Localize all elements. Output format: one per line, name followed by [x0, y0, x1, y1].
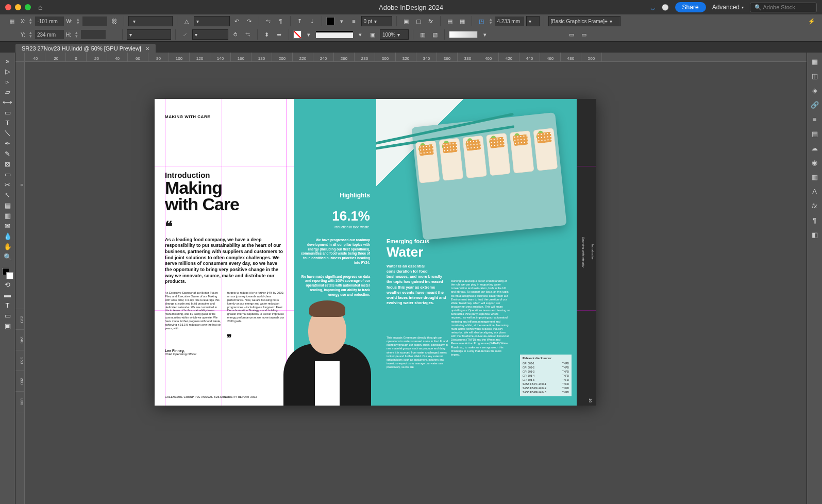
gradient-swatch[interactable] — [449, 31, 478, 38]
window-controls — [5, 4, 31, 10]
rectangle-frame-tool-icon[interactable]: ⊠ — [1, 159, 15, 169]
gradient-panel-icon[interactable]: ▥ — [809, 171, 820, 182]
corner-options-icon[interactable]: ◳ — [476, 16, 487, 26]
text-wrap-around-icon[interactable]: ▦ — [457, 16, 467, 26]
vertical-ruler[interactable]: 0 220240260280300 — [15, 62, 25, 504]
flip-horizontal-icon[interactable]: ⇋ — [263, 16, 274, 26]
tab-introduction[interactable]: Introduction — [591, 244, 594, 260]
flip-h-icon[interactable]: ⥁ — [230, 29, 241, 40]
stroke-weight-field[interactable]: 0 pt▾ — [361, 16, 392, 26]
rotate-cw-icon[interactable]: ↷ — [244, 16, 255, 26]
workspace-switcher[interactable]: Advanced▾ — [712, 4, 744, 11]
page-spread[interactable]: MAKING WITH CARE Introduction Making wit… — [155, 99, 596, 406]
fill-swatch[interactable] — [326, 17, 334, 25]
tips-icon[interactable]: ⚪ — [662, 4, 669, 11]
view-mode-preview-icon[interactable]: ▣ — [1, 321, 15, 331]
gradient-swatch-tool-icon[interactable]: ▤ — [1, 200, 15, 210]
w-field[interactable] — [82, 16, 107, 26]
selection-tool-icon[interactable]: ▷ — [1, 66, 15, 76]
reference-point-grid[interactable]: ▦ — [5, 18, 19, 25]
stroke-panel-icon[interactable]: ≡ — [809, 113, 820, 125]
pencil-tool-icon[interactable]: ✎ — [1, 148, 15, 159]
canvas[interactable]: -40-200204060801001201401601802002202402… — [15, 53, 807, 504]
content-collector-icon[interactable]: ▭ — [1, 107, 15, 117]
body-column-1: As Executive Sponsor of our Better Futur… — [165, 291, 222, 330]
y-coord-field[interactable] — [35, 30, 64, 39]
corner-radius-field[interactable] — [495, 16, 524, 26]
scale-x-dropdown[interactable]: ▾ — [128, 16, 173, 26]
water-col-2: working to develop a better understandin… — [451, 279, 510, 357]
hand-tool-icon[interactable]: ✋ — [1, 241, 15, 251]
links-panel-icon[interactable]: 🔗 — [809, 99, 820, 110]
rectangle-tool-icon[interactable]: ▭ — [1, 169, 15, 179]
frame-fit-content-icon[interactable]: ▢ — [413, 16, 424, 26]
stroke-swatch[interactable] — [293, 30, 301, 39]
shear-dropdown[interactable]: ▾ — [192, 29, 228, 40]
scale-y-dropdown[interactable]: ▾ — [127, 29, 171, 40]
line-tool-icon[interactable]: ＼ — [1, 128, 15, 138]
object-styles-panel-icon[interactable]: ◧ — [809, 229, 820, 240]
opacity-field[interactable]: 100%▾ — [380, 29, 409, 40]
close-window-button[interactable] — [5, 4, 11, 10]
object-style-dropdown[interactable]: [Basic Graphics Frame]+▾ — [548, 16, 620, 26]
type-tool-icon[interactable]: T — [1, 117, 15, 128]
h-field[interactable] — [81, 30, 106, 39]
align-bottom-icon[interactable]: ⤓ — [307, 16, 317, 26]
swatches-panel-icon[interactable]: ▤ — [809, 128, 820, 139]
page-tool-icon[interactable]: ▱ — [1, 87, 15, 97]
share-button[interactable]: Share — [675, 2, 706, 12]
text-wrap-none-icon[interactable]: ▤ — [445, 16, 455, 26]
select-container-icon[interactable]: ▭ — [579, 29, 589, 40]
maximize-window-button[interactable] — [25, 4, 31, 10]
color-panel-icon[interactable]: ◉ — [809, 157, 820, 168]
character-panel-icon[interactable]: A — [809, 186, 820, 197]
direct-selection-tool-icon[interactable]: ▹ — [1, 76, 15, 87]
eyedropper-tool-icon[interactable]: 💧 — [1, 231, 15, 241]
stepper-icon[interactable]: ▴▾ — [28, 18, 33, 25]
gradient-feather-tool-icon[interactable]: ▥ — [1, 210, 15, 221]
close-tab-icon[interactable]: ✕ — [145, 46, 149, 52]
gap-tool-icon[interactable]: ⟷ — [1, 97, 15, 107]
x-coord-field[interactable] — [35, 16, 64, 26]
paragraph-icon[interactable]: ¶ — [276, 16, 286, 26]
scissors-tool-icon[interactable]: ✂ — [1, 179, 15, 190]
sync-icon[interactable]: ◡ — [650, 4, 656, 11]
stroke-style-preview[interactable] — [316, 31, 353, 38]
tab-sourcing[interactable]: Sourcing with Integrity — [582, 237, 585, 267]
ruler-origin[interactable] — [15, 53, 25, 62]
text-wrap-ignore-icon[interactable]: ▧ — [430, 29, 440, 40]
main-heading-line2: with Care — [165, 196, 284, 212]
layers-panel-icon[interactable]: ◈ — [809, 85, 820, 96]
zoom-tool-icon[interactable]: 🔍 — [1, 251, 15, 262]
align-top-icon[interactable]: ⤒ — [295, 16, 305, 26]
properties-panel-icon[interactable]: ▦ — [809, 56, 820, 67]
cc-libraries-panel-icon[interactable]: ☁ — [809, 142, 820, 154]
apply-color-icon[interactable]: ▬ — [1, 290, 15, 300]
pen-tool-icon[interactable]: ✒ — [1, 138, 15, 148]
view-mode-normal-icon[interactable]: ▭ — [1, 310, 15, 321]
note-tool-icon[interactable]: ✉ — [1, 221, 15, 231]
fill-stroke-swatches[interactable] — [2, 268, 13, 279]
minimize-window-button[interactable] — [15, 4, 21, 10]
bolt-icon[interactable]: ⚡ — [807, 16, 817, 26]
text-wrap-jump-icon[interactable]: ▥ — [417, 29, 428, 40]
title-bar: ⌂ Adobe InDesign 2024 ◡ ⚪ Share Advanced… — [0, 0, 822, 14]
horizontal-ruler[interactable]: -40-200204060801001201401601802002202402… — [25, 53, 807, 62]
paragraph-panel-icon[interactable]: ¶ — [809, 214, 820, 226]
pages-panel-icon[interactable]: ◫ — [809, 70, 820, 81]
home-icon[interactable]: ⌂ — [38, 3, 42, 11]
arrange-icon[interactable]: ▭ — [566, 29, 577, 40]
flip-v-icon[interactable]: ⥃ — [243, 29, 253, 40]
expand-panel-icon[interactable]: » — [1, 56, 15, 66]
frame-fit-icon[interactable]: ▣ — [401, 16, 411, 26]
fx-panel-icon[interactable]: fx — [809, 200, 820, 211]
adobe-stock-search[interactable]: 🔍 Adobe Stock — [750, 3, 817, 12]
rotate-dropdown[interactable]: ▾ — [194, 16, 230, 26]
fx-icon[interactable]: fx — [426, 16, 436, 26]
document-tab[interactable]: SR23 27Nov23 HU.indd @ 50% [GPU Preview]… — [15, 44, 156, 53]
rotate-ccw-icon[interactable]: ↶ — [232, 16, 242, 26]
default-colors-icon[interactable]: ⟲ — [1, 279, 15, 290]
constrain-icon[interactable]: ⛓ — [109, 16, 120, 26]
formatting-affects-text-icon[interactable]: T — [1, 300, 15, 310]
free-transform-tool-icon[interactable]: ⤡ — [1, 190, 15, 200]
